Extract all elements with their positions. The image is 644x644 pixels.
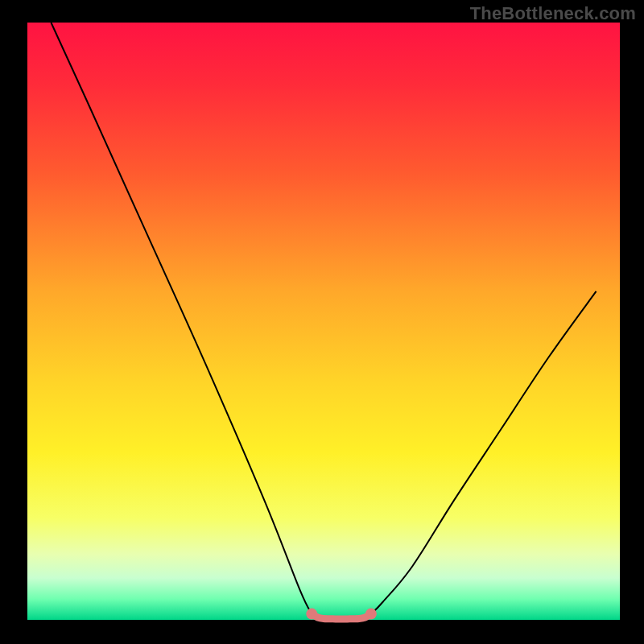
chart-frame: TheBottleneck.com <box>0 0 644 644</box>
bottleneck-chart <box>0 0 644 644</box>
trough-dot-left <box>306 609 317 620</box>
attribution-watermark: TheBottleneck.com <box>470 3 636 24</box>
trough-dot-right <box>365 609 377 620</box>
plot-background <box>27 23 620 620</box>
